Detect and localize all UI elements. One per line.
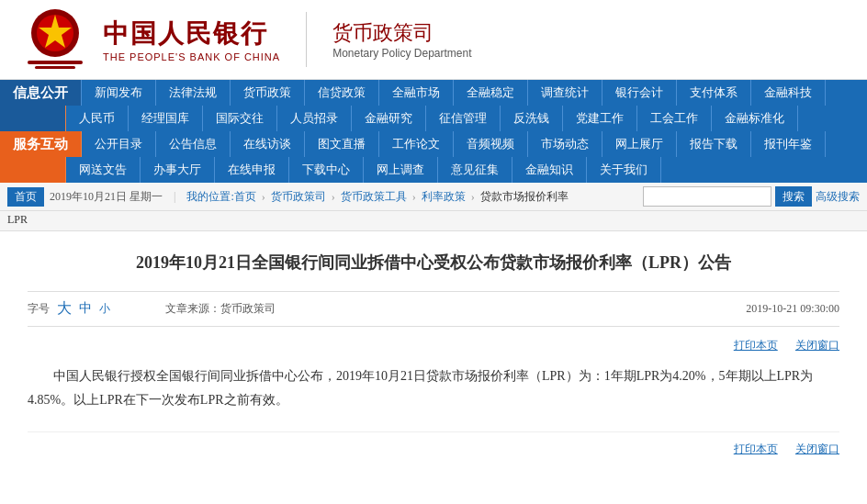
font-large-button[interactable]: 大	[57, 299, 72, 319]
nav-item-monetary[interactable]: 货币政策	[231, 80, 305, 106]
nav-item-treasury[interactable]: 经理国库	[129, 106, 203, 131]
nav-item-party[interactable]: 党建工作	[563, 106, 637, 131]
dept-name-cn: 货币政策司	[332, 19, 471, 47]
breadcrumb-lpr: 贷款市场报价利率	[480, 189, 569, 205]
article-actions-bottom: 打印本页 关闭窗口	[28, 431, 839, 457]
nav-item-interview[interactable]: 在线访谈	[231, 131, 305, 157]
dept-name-en: Monetary Policy Department	[332, 47, 471, 60]
nav-item-financial-stable[interactable]: 全融稳定	[454, 80, 528, 106]
nav-item-credit[interactable]: 信贷政策	[305, 80, 379, 106]
nav-item-finance-knowledge[interactable]: 金融知识	[512, 157, 587, 183]
print-button-bottom[interactable]: 打印本页	[734, 442, 778, 455]
breadcrumb-rate-policy[interactable]: 利率政策	[422, 189, 466, 205]
nav-item-news[interactable]: 新闻发布	[82, 80, 156, 106]
nav-item-audio[interactable]: 音频视频	[454, 131, 528, 157]
breadcrumb-arrow-3: ›	[412, 190, 416, 204]
nav-row-4: 网送文告 办事大厅 在线申报 下载中心 网上调查 意见征集 金融知识 关于我们	[0, 157, 867, 183]
nav-item-service-hall[interactable]: 办事大厅	[141, 157, 215, 183]
nav-row-2: 人民币 经理国库 国际交往 人员招录 金融研究 征信管理 反洗钱 党建工作 工会…	[0, 106, 867, 131]
breadcrumb-date: 2019年10月21日 星期一	[50, 189, 163, 205]
logo-area: 中国人民银行 THE PEOPLE'S BANK OF CHINA 货币政策司 …	[18, 7, 472, 72]
font-small-button[interactable]: 小	[99, 301, 110, 317]
nav-item-catalog[interactable]: 公开目录	[82, 131, 156, 157]
close-button-top[interactable]: 关闭窗口	[795, 339, 839, 352]
nav-item-credit-mgmt[interactable]: 征信管理	[426, 106, 501, 131]
nav-item-notice[interactable]: 公告信息	[156, 131, 231, 157]
close-button-bottom[interactable]: 关闭窗口	[795, 442, 839, 455]
article-actions-top: 打印本页 关闭窗口	[28, 338, 839, 353]
search-input[interactable]	[643, 186, 771, 207]
article-title: 2019年10月21日全国银行间同业拆借中心受权公布贷款市场报价利率（LPR）公…	[28, 250, 839, 276]
nav-item-banking[interactable]: 银行会计	[602, 80, 677, 106]
breadcrumb-monetary-tools[interactable]: 货币政策工具	[341, 189, 407, 205]
nav-item-feedback[interactable]: 意见征集	[438, 157, 512, 183]
breadcrumb-arrow-4: ›	[471, 190, 475, 204]
font-size-label: 字号	[28, 301, 50, 317]
breadcrumb-bar: 首页 2019年10月21日 星期一 | 我的位置:首页 › 货币政策司 › 货…	[0, 183, 867, 211]
nav-section-placeholder-4	[0, 157, 66, 183]
breadcrumb-monetary-dept[interactable]: 货币政策司	[271, 189, 326, 205]
nav-item-online-apply[interactable]: 在线申报	[215, 157, 289, 183]
nav-item-papers[interactable]: 工作论文	[379, 131, 454, 157]
svg-rect-3	[28, 61, 83, 64]
nav-item-research[interactable]: 金融研究	[352, 106, 426, 131]
nav-item-online-hall[interactable]: 网上展厅	[602, 131, 677, 157]
article-date: 2019-10-21 09:30:00	[746, 302, 839, 316]
article-body: 中国人民银行授权全国银行间同业拆借中心公布，2019年10月21日贷款市场报价利…	[28, 364, 839, 413]
nav-item-live[interactable]: 图文直播	[305, 131, 379, 157]
nav-items-row2: 人民币 经理国库 国际交往 人员招录 金融研究 征信管理 反洗钱 党建工作 工会…	[66, 106, 867, 131]
logo-text-group: 中国人民银行 THE PEOPLE'S BANK OF CHINA	[103, 17, 280, 62]
nav-row-3: 服务互动 公开目录 公告信息 在线访谈 图文直播 工作论文 音频视频 市场动态 …	[0, 131, 867, 157]
breadcrumb-position-label: 我的位置:首页	[186, 189, 255, 205]
bank-name-en: THE PEOPLE'S BANK OF CHINA	[103, 51, 280, 62]
nav-section-info: 信息公开	[0, 80, 82, 106]
breadcrumb-arrow-1: ›	[262, 190, 265, 204]
header: 中国人民银行 THE PEOPLE'S BANK OF CHINA 货币政策司 …	[0, 0, 867, 80]
advanced-search-link[interactable]: 高级搜索	[816, 189, 860, 205]
main-content: 2019年10月21日全国银行间同业拆借中心受权公布贷款市场报价利率（LPR）公…	[0, 231, 867, 476]
nav-item-financial-market[interactable]: 全融市场	[379, 80, 454, 106]
nav-items-row4: 网送文告 办事大厅 在线申报 下载中心 网上调查 意见征集 金融知识 关于我们	[66, 157, 867, 183]
font-medium-button[interactable]: 中	[79, 300, 92, 317]
bank-name-cn: 中国人民银行	[103, 17, 280, 51]
nav-item-standard[interactable]: 金融标准化	[712, 106, 798, 131]
nav-item-union[interactable]: 工会工作	[637, 106, 712, 131]
home-button[interactable]: 首页	[7, 187, 44, 207]
header-divider	[306, 12, 307, 67]
nav-item-law[interactable]: 法律法规	[156, 80, 231, 106]
nav-item-intl[interactable]: 国际交往	[203, 106, 277, 131]
nav-item-reports[interactable]: 报告下载	[677, 131, 751, 157]
nav-item-fintech[interactable]: 金融科技	[751, 80, 826, 106]
nav-items-row1: 新闻发布 法律法规 货币政策 信贷政策 全融市场 全融稳定 调查统计 银行会计 …	[82, 80, 867, 106]
svg-rect-4	[35, 66, 75, 69]
font-size-control: 字号 大 中 小	[28, 299, 110, 319]
nav-item-market[interactable]: 市场动态	[528, 131, 602, 157]
nav-section-placeholder-2	[0, 106, 66, 131]
nav-item-download[interactable]: 下载中心	[289, 157, 364, 183]
nav-item-aml[interactable]: 反洗钱	[501, 106, 563, 131]
nav-item-notice-send[interactable]: 网送文告	[66, 157, 141, 183]
pboc-emblem-icon	[18, 7, 92, 72]
nav-item-about[interactable]: 关于我们	[587, 157, 661, 183]
lpr-sublabel: LPR	[0, 211, 867, 231]
nav-item-rmb[interactable]: 人民币	[66, 106, 129, 131]
nav-row-1: 信息公开 新闻发布 法律法规 货币政策 信贷政策 全融市场 全融稳定 调查统计 …	[0, 80, 867, 106]
nav-item-survey2[interactable]: 网上调查	[364, 157, 438, 183]
breadcrumb-arrow-2: ›	[332, 190, 335, 204]
nav-item-recruit[interactable]: 人员招录	[277, 106, 352, 131]
breadcrumb-divider-1: |	[174, 190, 175, 204]
search-button[interactable]: 搜索	[775, 186, 812, 207]
article-meta: 字号 大 中 小 文章来源：货币政策司 2019-10-21 09:30:00	[28, 291, 839, 327]
article-source: 文章来源：货币政策司	[165, 301, 276, 317]
nav-section-service: 服务互动	[0, 131, 82, 157]
search-area: 搜索 高级搜索	[643, 186, 860, 207]
nav-primary: 信息公开 新闻发布 法律法规 货币政策 信贷政策 全融市场 全融稳定 调查统计 …	[0, 80, 867, 183]
nav-item-yearbook[interactable]: 报刊年鉴	[751, 131, 826, 157]
print-button-top[interactable]: 打印本页	[734, 339, 778, 352]
nav-item-payment[interactable]: 支付体系	[677, 80, 751, 106]
nav-item-survey[interactable]: 调查统计	[528, 80, 602, 106]
nav-items-row3: 公开目录 公告信息 在线访谈 图文直播 工作论文 音频视频 市场动态 网上展厅 …	[82, 131, 867, 157]
dept-info: 货币政策司 Monetary Policy Department	[332, 19, 471, 60]
